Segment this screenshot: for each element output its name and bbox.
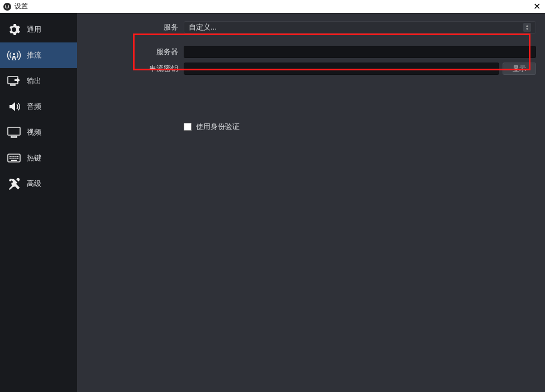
server-label: 服务器 xyxy=(86,47,184,57)
sidebar: 通用 A 推流 输出 音频 视频 xyxy=(0,13,77,392)
svg-rect-3 xyxy=(11,84,15,85)
svg-point-0 xyxy=(13,53,15,55)
svg-rect-11 xyxy=(17,156,18,157)
gear-icon xyxy=(7,22,21,37)
server-row: 服务器 xyxy=(86,46,536,58)
sidebar-item-label: 音频 xyxy=(27,102,41,112)
window-title: 设置 xyxy=(15,2,28,11)
stream-key-row: 串流密钥 显示 xyxy=(86,63,536,75)
sidebar-item-audio[interactable]: 音频 xyxy=(0,94,77,119)
auth-checkbox-row: 使用身份验证 xyxy=(184,122,536,132)
main-panel: 服务 自定义... ▲▼ 服务器 串流密钥 显示 使用身份验 xyxy=(77,13,545,392)
output-icon xyxy=(7,74,21,88)
speaker-icon xyxy=(7,99,21,114)
tools-icon xyxy=(7,176,21,191)
server-input[interactable] xyxy=(184,46,536,58)
svg-rect-10 xyxy=(16,156,17,157)
svg-rect-12 xyxy=(9,158,11,159)
svg-rect-4 xyxy=(8,127,20,135)
sidebar-item-hotkeys[interactable]: 热键 xyxy=(0,145,77,171)
sidebar-item-label: 热键 xyxy=(27,153,41,163)
spinner-icon: ▲▼ xyxy=(523,23,531,32)
svg-rect-16 xyxy=(17,158,18,159)
sidebar-item-video[interactable]: 视频 xyxy=(0,119,77,145)
service-value: 自定义... xyxy=(189,22,217,32)
auth-checkbox[interactable] xyxy=(184,123,192,131)
sidebar-item-general[interactable]: 通用 xyxy=(0,17,77,42)
service-row: 服务 自定义... ▲▼ xyxy=(86,21,536,34)
sidebar-item-output[interactable]: 输出 xyxy=(0,68,77,94)
svg-rect-8 xyxy=(12,156,13,157)
titlebar: 设置 ✕ xyxy=(0,0,545,13)
sidebar-item-label: 视频 xyxy=(27,127,41,137)
svg-rect-17 xyxy=(11,160,17,161)
svg-rect-5 xyxy=(11,136,17,137)
svg-rect-7 xyxy=(9,156,11,157)
service-select[interactable]: 自定义... ▲▼ xyxy=(184,21,536,34)
sidebar-item-label: 推流 xyxy=(27,50,41,60)
stream-key-label: 串流密钥 xyxy=(86,64,184,74)
svg-text:A: A xyxy=(12,57,15,61)
svg-rect-14 xyxy=(13,158,15,159)
sidebar-item-label: 高级 xyxy=(27,179,41,189)
auth-checkbox-label: 使用身份验证 xyxy=(196,122,240,132)
stream-key-input[interactable] xyxy=(184,63,499,75)
svg-rect-13 xyxy=(12,158,13,159)
sidebar-item-label: 输出 xyxy=(27,76,41,86)
sidebar-item-advanced[interactable]: 高级 xyxy=(0,171,77,197)
service-label: 服务 xyxy=(86,22,184,32)
svg-rect-15 xyxy=(16,158,17,159)
antenna-icon: A xyxy=(7,48,21,63)
sidebar-item-stream[interactable]: A 推流 xyxy=(0,42,77,68)
monitor-icon xyxy=(7,125,21,140)
close-icon[interactable]: ✕ xyxy=(533,1,541,12)
obs-icon xyxy=(3,3,11,11)
svg-rect-9 xyxy=(13,156,15,157)
sidebar-item-label: 通用 xyxy=(27,25,41,35)
show-button[interactable]: 显示 xyxy=(503,63,536,75)
keyboard-icon xyxy=(7,151,21,165)
